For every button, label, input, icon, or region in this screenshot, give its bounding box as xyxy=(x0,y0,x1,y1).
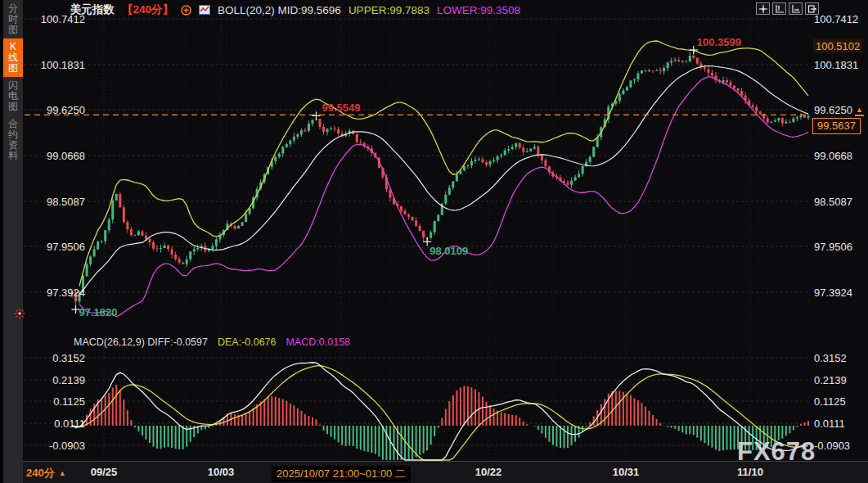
price-point-annotation: 97.1820 xyxy=(79,306,118,318)
y-axis-label: 0.1125 xyxy=(814,395,846,408)
y-axis-label: 97.3924 xyxy=(814,287,852,299)
crosshair-move-icon[interactable] xyxy=(756,2,770,15)
macd-diff-label: MACD(26,12,9) DIFF:-0.0597 xyxy=(74,336,208,348)
y-axis-label: 97.9506 xyxy=(814,241,852,253)
y-axis-label: 99.0668 xyxy=(814,150,852,162)
y-axis-label: 0.3152 xyxy=(814,352,847,364)
boll-upper-label: UPPER:99.7883 xyxy=(349,4,430,16)
x-axis-date-label: 09/25 xyxy=(91,466,118,478)
y-axis-label: 98.5087 xyxy=(814,196,852,208)
chart-header: 美元指数 【240分】 BOLL(20,2) MID:99.5696 UPPER… xyxy=(70,2,520,17)
y-axis-label: 0.0111 xyxy=(28,418,85,430)
period-tag[interactable]: 【240分】 xyxy=(122,2,173,17)
axis-zoom-horizontal-icon[interactable] xyxy=(789,2,803,15)
x-axis-date-label: 10/31 xyxy=(613,466,640,478)
chevron-up-icon: ▲ xyxy=(59,469,66,477)
x-axis-date-label: 11/10 xyxy=(737,466,763,478)
price-direction-icon: ▲ xyxy=(855,106,864,116)
y-axis-label: 0.1125 xyxy=(28,395,85,408)
x-axis-date-label: 10/22 xyxy=(475,466,502,478)
period-selector[interactable]: 240分 ▲ xyxy=(26,466,66,481)
session-high-label: 100.5102 xyxy=(813,39,862,53)
y-axis-label: 97.3924 xyxy=(28,287,85,299)
y-axis-label: 0.0111 xyxy=(814,418,845,430)
y-axis-label: 99.0668 xyxy=(28,150,85,162)
y-axis-label: 0.2139 xyxy=(814,374,847,386)
symbol-title: 美元指数 xyxy=(70,2,115,17)
x-axis-date-label: 10/03 xyxy=(208,466,235,478)
y-axis-label: 99.6250 xyxy=(814,104,852,116)
price-point-annotation: 100.3599 xyxy=(697,36,741,48)
price-point-annotation: 98.0109 xyxy=(430,245,468,257)
macd-dea-label: DEA:-0.0676 xyxy=(218,336,277,348)
y-axis-label: -0.0903 xyxy=(28,440,85,452)
chart-toolbar xyxy=(756,2,819,15)
period-text: 240分 xyxy=(26,466,55,481)
boll-mid-label: BOLL(20,2) MID:99.5696 xyxy=(218,4,341,16)
y-axis-label: 98.5087 xyxy=(28,196,85,208)
current-price-badge: 99.5637 xyxy=(812,118,861,134)
boll-lower-label: LOWER:99.3508 xyxy=(437,4,520,16)
axis-pan-right-icon[interactable] xyxy=(805,2,819,15)
y-axis-label: 99.6250 xyxy=(28,104,85,116)
y-axis-label: 100.1831 xyxy=(814,59,858,71)
y-axis-label: 100.7412 xyxy=(814,13,858,25)
y-axis-label: -0.0903 xyxy=(814,440,850,452)
indicator-chart-icon[interactable] xyxy=(199,5,210,15)
y-axis-label: 0.3152 xyxy=(28,352,85,364)
price-point-annotation: 99.5549 xyxy=(322,102,360,114)
add-indicator-icon[interactable] xyxy=(181,5,191,16)
watermark: FX678 xyxy=(737,437,816,467)
axis-zoom-vertical-icon[interactable] xyxy=(772,2,786,15)
selected-candle-time-label: 2025/10/07 21:00~01:00 二 xyxy=(272,466,411,482)
macd-value-label: MACD:0.0158 xyxy=(286,336,351,348)
y-axis-label: 0.2139 xyxy=(28,374,85,386)
y-axis-label: 97.9506 xyxy=(28,241,85,253)
macd-indicator-header: MACD(26,12,9) DIFF:-0.0597 DEA:-0.0676 M… xyxy=(74,336,350,348)
chart-canvas[interactable] xyxy=(0,0,868,483)
y-axis-label: 100.1831 xyxy=(28,59,85,71)
